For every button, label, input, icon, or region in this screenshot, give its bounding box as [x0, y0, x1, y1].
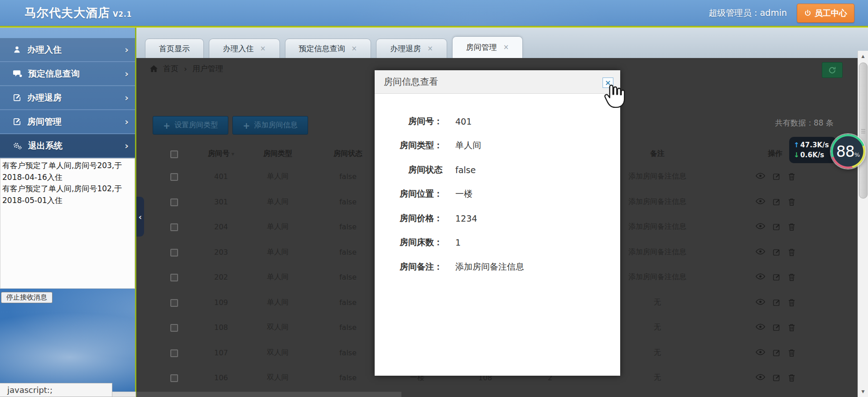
modal-field-row: 房间类型： 单人间	[375, 134, 620, 158]
chevron-right-icon: ›	[125, 92, 129, 103]
set-room-type-button[interactable]: + 设置房间类型	[153, 116, 228, 135]
edit-icon[interactable]	[773, 324, 781, 331]
edit-icon[interactable]	[773, 198, 781, 206]
top-header-bar: 马尔代夫大酒店V2.1 超级管理员 : admin 员工中心	[0, 0, 868, 26]
edit-icon[interactable]	[773, 248, 781, 256]
network-speed-widget[interactable]: ↑47.3K/s ↓0.6K/s	[789, 137, 836, 163]
modal-field-label: 房间价格：	[375, 213, 443, 224]
scrollbar-thumb[interactable]	[859, 63, 868, 198]
row-checkbox[interactable]	[170, 299, 178, 307]
row-checkbox[interactable]	[170, 274, 178, 281]
tab-checkin[interactable]: 办理入住 ×	[209, 39, 280, 58]
app-title: 马尔代夫大酒店V2.1	[24, 5, 132, 21]
ball-percent-sign: %	[854, 151, 860, 158]
row-checkbox[interactable]	[170, 223, 178, 231]
delete-icon[interactable]	[788, 248, 795, 256]
sidebar-item-label: 退出系统	[28, 140, 63, 152]
select-all-checkbox[interactable]	[170, 150, 178, 158]
table-toolbar: + 设置房间类型 + 添加房间信息	[153, 116, 308, 135]
edit-icon[interactable]	[773, 299, 781, 306]
view-icon[interactable]	[756, 374, 765, 382]
sidebar-collapse-handle[interactable]: ‹	[136, 197, 144, 237]
row-checkbox[interactable]	[170, 198, 178, 206]
cell-room-status: false	[311, 198, 385, 206]
delete-icon[interactable]	[788, 349, 795, 357]
view-icon[interactable]	[756, 198, 765, 206]
view-icon[interactable]	[756, 349, 765, 357]
vertical-scrollbar[interactable]: ▲ ▼	[858, 51, 868, 397]
sidebar-item-checkout[interactable]: 办理退房 ›	[0, 86, 135, 110]
modal-field-value: 单人间	[455, 140, 481, 151]
sidebar-item-booking-query[interactable]: 预定信息查询 ›	[0, 62, 135, 86]
user-icon	[13, 45, 21, 54]
row-checkbox[interactable]	[170, 374, 178, 382]
edit-icon	[13, 117, 21, 126]
edit-icon	[13, 93, 21, 102]
stop-receiving-messages-button[interactable]: 停止接收消息	[1, 292, 53, 303]
view-icon[interactable]	[756, 299, 765, 306]
delete-icon[interactable]	[788, 324, 795, 331]
delete-icon[interactable]	[788, 223, 795, 231]
cell-room-no: 204	[198, 223, 244, 231]
notification-message: 有客户预定了单人间,房间号203,于2018-04-16入住	[2, 160, 133, 183]
hotel-admin-app: 马尔代夫大酒店V2.1 超级管理员 : admin 员工中心 办理入住 ›	[0, 0, 868, 397]
upload-arrow-icon: ↑	[794, 141, 800, 149]
add-room-info-button[interactable]: + 添加房间信息	[232, 116, 308, 135]
refresh-button[interactable]	[822, 62, 843, 78]
power-icon	[804, 10, 811, 17]
chevron-right-icon: ›	[125, 68, 129, 79]
modal-field-value: 401	[455, 116, 472, 126]
cell-room-type: 双人间	[244, 348, 311, 358]
view-icon[interactable]	[756, 173, 765, 180]
tab-checkout[interactable]: 办理退房 ×	[376, 39, 447, 58]
breadcrumb-current: 用户管理	[193, 63, 223, 74]
view-icon[interactable]	[756, 324, 765, 331]
cell-room-no: 107	[198, 349, 244, 357]
tab-label: 房间管理	[466, 38, 497, 57]
sidebar-item-label: 办理退房	[27, 92, 62, 104]
delete-icon[interactable]	[788, 374, 795, 382]
modal-field-value: 1234	[455, 213, 477, 223]
row-checkbox[interactable]	[170, 349, 178, 357]
scroll-up-arrow[interactable]: ▲	[858, 52, 868, 61]
modal-body: 房间号： 401 房间类型： 单人间 房间状态 false 房间位置： 一楼 房…	[375, 94, 620, 279]
delete-icon[interactable]	[788, 299, 795, 306]
edit-icon[interactable]	[773, 374, 781, 382]
edit-icon[interactable]	[773, 223, 781, 231]
tab-close-icon[interactable]: ×	[260, 39, 266, 58]
tab-close-icon[interactable]: ×	[427, 39, 433, 58]
staff-center-button[interactable]: 员工中心	[797, 4, 854, 23]
view-icon[interactable]	[756, 223, 765, 231]
breadcrumb-home[interactable]: 首页	[163, 63, 178, 74]
view-icon[interactable]	[756, 273, 765, 281]
horizontal-scrollbar-dimmed[interactable]	[136, 392, 401, 397]
modal-close-button[interactable]: ×	[603, 77, 613, 88]
modal-field-label: 房间类型：	[375, 140, 443, 151]
row-checkbox[interactable]	[170, 249, 178, 257]
sidebar-item-checkin[interactable]: 办理入住 ›	[0, 38, 135, 62]
cell-room-no: 203	[198, 248, 244, 257]
tab-booking-query[interactable]: 预定信息查询 ×	[285, 39, 371, 58]
edit-icon[interactable]	[773, 349, 781, 357]
tab-close-icon[interactable]: ×	[352, 39, 357, 58]
edit-icon[interactable]	[773, 173, 781, 180]
sidebar-item-room-management[interactable]: 房间管理 ›	[0, 110, 135, 134]
scroll-down-arrow[interactable]: ▼	[858, 387, 868, 396]
tab-home-display[interactable]: 首页显示	[145, 39, 204, 58]
tab-close-icon[interactable]: ×	[503, 38, 509, 57]
cell-room-no: 108	[198, 323, 244, 332]
delete-icon[interactable]	[788, 198, 795, 206]
sidebar-item-exit-system[interactable]: 退出系统 ›	[0, 134, 135, 158]
cell-room-type: 单人间	[244, 247, 311, 257]
notification-panel: 有客户预定了单人间,房间号203,于2018-04-16入住有客户预定了单人间,…	[0, 158, 135, 289]
row-checkbox[interactable]	[170, 324, 178, 332]
row-checkbox[interactable]	[170, 173, 178, 181]
edit-icon[interactable]	[773, 273, 781, 281]
view-icon[interactable]	[756, 248, 765, 256]
column-header-room-no[interactable]: 房间号▾	[198, 149, 244, 159]
delete-icon[interactable]	[788, 273, 795, 281]
tab-room-management[interactable]: 房间管理 ×	[452, 36, 523, 58]
performance-ball-widget[interactable]: 88 %	[831, 134, 865, 169]
delete-icon[interactable]	[788, 173, 795, 180]
tab-label: 首页显示	[159, 39, 190, 58]
